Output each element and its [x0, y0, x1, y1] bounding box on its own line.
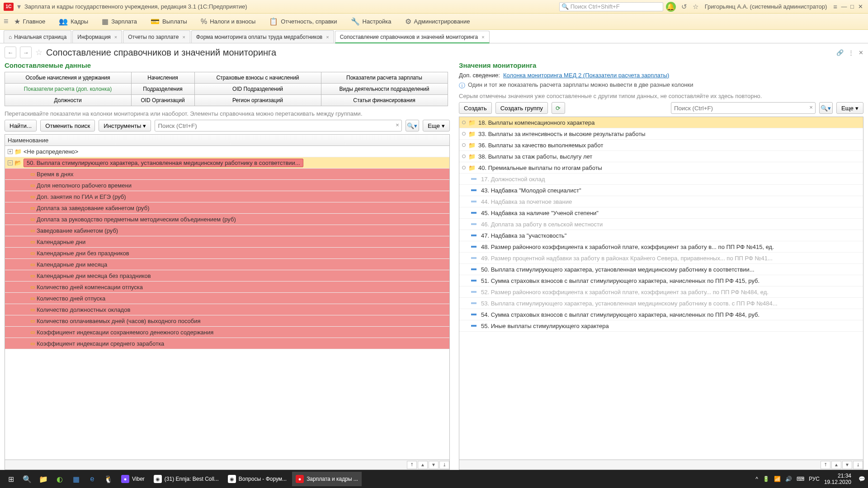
tree-row[interactable]: ▭Коэффициент индексации среднего заработ…	[5, 338, 449, 349]
monitoring-item[interactable]: 53. Выплата стимулирующего характера, ус…	[459, 298, 863, 309]
main-dropdown-icon[interactable]: ▾	[17, 2, 21, 11]
filter-button[interactable]: Показатели расчета зарплаты	[321, 72, 448, 84]
current-user[interactable]: Григорьянц А.А. (системный администратор…	[705, 3, 827, 10]
cancel-search-button[interactable]: Отменить поиск	[40, 120, 95, 131]
tree-row[interactable]: ▭Календарные дни	[5, 236, 449, 248]
tree-row[interactable]: ▭Количество дней отпуска	[5, 293, 449, 304]
expand-marker[interactable]	[462, 121, 466, 124]
app-icon[interactable]: ▦	[68, 475, 84, 483]
clear-right-search-icon[interactable]: ×	[809, 104, 813, 111]
minimize-button[interactable]: —	[840, 3, 848, 10]
main-menu-item[interactable]: 💳Выплаты	[151, 17, 187, 26]
monitoring-item[interactable]: 55. Иные выплаты стимулирующего характер…	[459, 320, 863, 332]
monitoring-item[interactable]: 52. Размер районного коэффициента к зара…	[459, 286, 863, 298]
tree-row[interactable]: ▭Количество дней компенсации отпуска	[5, 282, 449, 293]
battery-icon[interactable]: 🔋	[763, 476, 769, 482]
file-explorer-icon[interactable]: 📁	[35, 475, 52, 483]
tree-nav-down[interactable]: ▼	[842, 461, 852, 469]
monitoring-item[interactable]: 📁40. Премиальные выплаты по итогам работ…	[459, 162, 863, 174]
app-icon[interactable]: ◐	[52, 475, 68, 483]
tree-nav-up[interactable]: ▲	[418, 461, 428, 469]
start-button[interactable]: ⊞	[3, 475, 19, 483]
main-menu-item[interactable]: %Налоги и взносы	[201, 17, 255, 26]
taskbar-app[interactable]: ●Зарплата и кадры ...	[292, 472, 362, 486]
monitoring-item[interactable]: 📁36. Выплаты за качество выполняемых раб…	[459, 140, 863, 151]
tree-row[interactable]: +📁<Не распределено>	[5, 146, 449, 157]
tree-row[interactable]: ▭Коэффициент индексации сохраняемого ден…	[5, 327, 449, 338]
filter-button[interactable]: Страховые взносы с начислений	[194, 72, 321, 84]
monitoring-column-link[interactable]: Колонка мониторинга МЕД 2 (Показатели ра…	[503, 72, 669, 79]
tree-row[interactable]: ▭Календарные дни без праздников	[5, 248, 449, 259]
tree-nav-up[interactable]: ▲	[831, 461, 841, 469]
left-tree[interactable]: +📁<Не распределено>−📂50. Выплата стимули…	[5, 146, 450, 460]
tree-row[interactable]: ▭Календарные дни месяца без праздников	[5, 270, 449, 282]
monitoring-item[interactable]: 📁18. Выплаты компенсационного характера	[459, 117, 863, 128]
main-menu-item[interactable]: 👥Кадры	[59, 17, 88, 26]
tree-row[interactable]: ▭Время в днях	[5, 169, 449, 180]
tree-nav-down[interactable]: ▼	[429, 461, 439, 469]
close-window-button[interactable]: ✕	[856, 3, 864, 10]
filter-button[interactable]: Регион организаций	[194, 94, 321, 106]
expand-marker[interactable]	[462, 166, 466, 169]
tree-header[interactable]: Наименование	[5, 134, 450, 146]
taskbar-app[interactable]: ◉Вопросы - Форум...	[224, 472, 290, 486]
create-button[interactable]: Создать	[459, 102, 492, 114]
tab-close-icon[interactable]: ×	[114, 34, 117, 40]
sections-menu-icon[interactable]: ≡	[4, 17, 9, 26]
tab[interactable]: Отчеты по зарплате×	[123, 30, 190, 43]
taskbar-app[interactable]: ●Viber	[118, 472, 148, 486]
monitoring-item[interactable]: 44. Надбавка за почетное звание	[459, 196, 863, 207]
tree-row[interactable]: ▭Календарные дни месяца	[5, 259, 449, 270]
volume-icon[interactable]: 🔊	[785, 476, 792, 482]
filter-button[interactable]: Особые начисления и удержания	[5, 72, 132, 84]
tab-close-icon[interactable]: ×	[481, 34, 484, 40]
left-search-input[interactable]	[155, 120, 401, 131]
search-dropdown-button[interactable]: 🔍▾	[406, 120, 419, 131]
find-button[interactable]: Найти...	[5, 120, 37, 131]
main-menu-item[interactable]: ⚙Администрирование	[405, 17, 470, 26]
tab[interactable]: Информация×	[72, 30, 122, 43]
filter-button[interactable]: Должности	[5, 94, 132, 106]
app-icon[interactable]: 🐧	[100, 475, 117, 483]
refresh-button[interactable]: ⟳	[552, 102, 565, 114]
nav-forward-button[interactable]: →	[20, 47, 32, 58]
ie-icon[interactable]: e	[84, 475, 100, 483]
filter-button[interactable]: Статьи финансирования	[321, 94, 448, 106]
keyboard-icon[interactable]: ⌨	[797, 476, 804, 482]
tree-row[interactable]: ▭Доп. занятия по ГИА и ЕГЭ (руб)	[5, 191, 449, 202]
tab[interactable]: Форма мониторинга оплаты труда медработн…	[191, 30, 334, 43]
history-icon[interactable]: ↺	[681, 3, 687, 11]
tab[interactable]: ⌂Начальная страница	[4, 30, 71, 43]
tree-row[interactable]: ▭Количество должностных окладов	[5, 304, 449, 315]
notifications-tray-icon[interactable]: 💬	[859, 476, 865, 482]
expand-marker[interactable]	[462, 132, 466, 136]
wifi-icon[interactable]: 📶	[774, 476, 781, 482]
taskbar-app[interactable]: ◉(31) Ennja: Best Coll...	[150, 472, 222, 486]
expand-icon[interactable]: +	[8, 149, 13, 154]
tree-row[interactable]: ▭Доплата за руководство предметным метод…	[5, 214, 449, 225]
close-page-button[interactable]: ✕	[859, 49, 863, 56]
tree-nav-bottom[interactable]: ⤓	[439, 461, 449, 469]
tree-row[interactable]: ▭Заведование кабинетом (руб)	[5, 225, 449, 236]
maximize-button[interactable]: □	[848, 3, 856, 10]
expand-marker[interactable]	[462, 155, 466, 158]
monitoring-item[interactable]: 50. Выплата стимулирующего характера, ус…	[459, 264, 863, 275]
right-search-input[interactable]	[671, 102, 816, 114]
filter-button[interactable]: Показатели расчета (доп. колонка)	[5, 83, 132, 95]
create-group-button[interactable]: Создать группу	[495, 102, 548, 114]
more-button[interactable]: Еще ▾	[423, 120, 450, 131]
monitoring-item[interactable]: 48. Размер районного коэффициента к зара…	[459, 241, 863, 253]
right-tree[interactable]: 📁18. Выплаты компенсационного характера📁…	[459, 117, 863, 460]
tools-button[interactable]: Инструменты ▾	[99, 120, 151, 131]
monitoring-item[interactable]: 45. Надбавка за наличие "Ученой степени"	[459, 207, 863, 219]
page-favorite-icon[interactable]: ☆	[35, 47, 42, 57]
tab-close-icon[interactable]: ×	[326, 34, 329, 40]
filter-button[interactable]: Виды деятельности подразделений	[321, 83, 448, 95]
favorite-icon[interactable]: ☆	[693, 3, 698, 11]
system-clock[interactable]: 21:34 19.12.2020	[824, 473, 851, 485]
more-vertical-icon[interactable]: ⋮	[848, 49, 854, 56]
panel-settings-icon[interactable]: ≡	[833, 3, 837, 10]
filter-button[interactable]: OID Организаций	[131, 94, 195, 106]
filter-button[interactable]: Начисления	[131, 72, 195, 84]
language-indicator[interactable]: РУС	[809, 476, 820, 482]
